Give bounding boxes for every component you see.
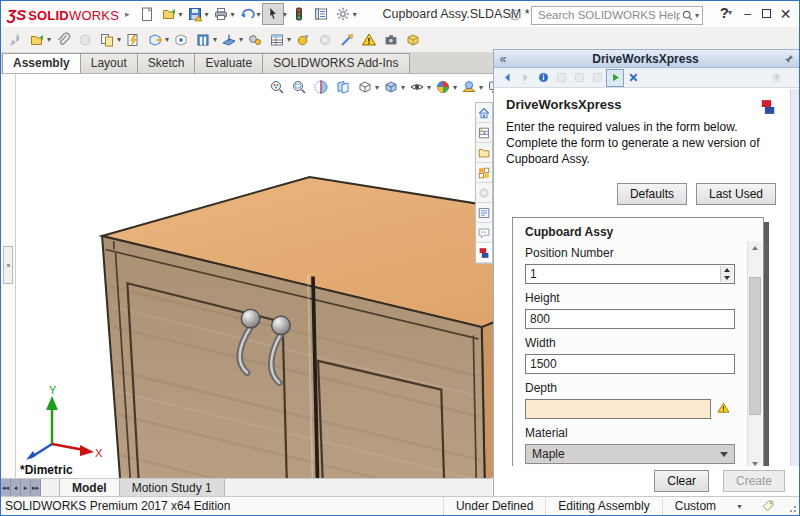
taskpane-tab-driveworksxpress[interactable] [476, 243, 492, 263]
field-input-width[interactable]: 1500 [525, 354, 735, 374]
clear-button[interactable]: Clear [654, 470, 709, 492]
close-icon[interactable] [624, 69, 642, 87]
assembly-features-caret-icon[interactable]: ▾ [213, 35, 217, 44]
collapse-pane-icon[interactable]: « [494, 52, 512, 66]
undo-caret-icon[interactable]: ▾ [257, 10, 261, 19]
undo-icon[interactable] [236, 3, 258, 25]
options-caret-icon[interactable]: ▾ [353, 10, 357, 19]
disabled-2-icon[interactable] [570, 69, 588, 87]
apply-scene-icon[interactable] [458, 76, 480, 98]
close-button[interactable]: ✕ [776, 6, 795, 22]
field-input-depth[interactable] [525, 399, 711, 419]
save-icon[interactable] [184, 3, 206, 25]
linear-component-pattern-icon[interactable] [96, 29, 118, 51]
taskpane-tab-forum[interactable] [476, 223, 492, 243]
bill-of-materials-caret-icon[interactable]: ▾ [287, 35, 291, 44]
tab-solidworks-add-ins[interactable]: SOLIDWORKS Add-Ins [262, 53, 409, 73]
take-snapshot-icon[interactable] [380, 29, 402, 51]
select-icon[interactable] [262, 3, 284, 25]
rebuild-icon[interactable] [288, 3, 310, 25]
smart-fasteners-icon[interactable] [122, 29, 144, 51]
scroll-down-icon[interactable] [748, 457, 762, 466]
interference-detection-icon[interactable] [358, 29, 380, 51]
hide-show-items-caret-icon[interactable]: ▾ [427, 83, 431, 92]
open-icon[interactable] [158, 3, 180, 25]
taskpane-tab-file-explorer[interactable] [476, 143, 492, 163]
field-select-material[interactable]: Maple [525, 444, 735, 464]
mate-icon[interactable] [52, 29, 74, 51]
display-style-icon[interactable] [380, 76, 402, 98]
last-used-button[interactable]: Last Used [696, 183, 776, 205]
taskpane-tab-view-palette[interactable] [476, 163, 492, 183]
back-icon[interactable] [498, 69, 516, 87]
information-icon[interactable] [534, 69, 552, 87]
forward-icon[interactable] [516, 69, 534, 87]
component-preview-icon[interactable] [74, 29, 96, 51]
select-caret-icon[interactable]: ▾ [283, 10, 287, 19]
previous-view-icon[interactable] [332, 76, 354, 98]
tag-icon[interactable] [761, 499, 775, 513]
spin-down-icon[interactable] [721, 274, 733, 282]
taskpane-scroll-strip[interactable] [790, 89, 799, 466]
help-menu[interactable]: ? ▾ [720, 4, 733, 21]
insert-components-caret-icon[interactable]: ▾ [47, 35, 51, 44]
open-caret-icon[interactable]: ▾ [179, 10, 183, 19]
status-caret-icon[interactable]: ▼ [736, 503, 743, 510]
zoom-fit-icon[interactable] [266, 76, 288, 98]
tool-disabled-icon[interactable] [314, 29, 336, 51]
tab-layout[interactable]: Layout [80, 53, 138, 73]
featuremanager-collapsed-bar[interactable] [1, 74, 16, 478]
defaults-button[interactable]: Defaults [617, 183, 687, 205]
taskpane-tab-home[interactable] [476, 103, 492, 123]
print-caret-icon[interactable]: ▾ [231, 10, 235, 19]
minimize-button[interactable]: – [738, 7, 757, 21]
hide-show-items-icon[interactable] [406, 76, 428, 98]
first-tab-icon[interactable]: ◂◂ [1, 479, 11, 496]
insert-components-icon[interactable] [26, 29, 48, 51]
prev-tab-icon[interactable]: ◂ [11, 479, 21, 496]
options-icon[interactable] [332, 3, 354, 25]
display-pane-icon[interactable] [310, 3, 332, 25]
help-circle-icon[interactable]: ? [767, 69, 785, 87]
form-scrollbar[interactable] [747, 241, 762, 466]
edit-appearance-caret-icon[interactable]: ▾ [453, 83, 457, 92]
run-icon[interactable] [606, 69, 624, 87]
quick-tips-icon[interactable]: ? [504, 4, 526, 26]
toolbar-flyout-icon[interactable]: ▸ [125, 9, 130, 19]
taskpane-tab-design-library[interactable] [476, 123, 492, 143]
resize-grip[interactable] [785, 497, 799, 515]
next-tab-icon[interactable]: ▸ [21, 479, 31, 496]
move-component-caret-icon[interactable]: ▾ [165, 35, 169, 44]
bill-of-materials-icon[interactable] [266, 29, 288, 51]
zoom-area-icon[interactable] [288, 76, 310, 98]
edit-component-icon[interactable] [4, 29, 26, 51]
edit-appearance-icon[interactable] [432, 76, 454, 98]
print-icon[interactable] [210, 3, 232, 25]
reference-geometry-caret-icon[interactable]: ▾ [239, 35, 243, 44]
field-input-height[interactable]: 800 [525, 309, 735, 329]
view-orientation-icon[interactable] [354, 76, 376, 98]
pin-icon[interactable] [779, 53, 799, 65]
tab-assembly[interactable]: Assembly [2, 53, 81, 73]
help-search-box[interactable]: ▾ [531, 6, 703, 25]
explode-line-sketch-icon[interactable] [336, 29, 358, 51]
exploded-view-icon[interactable] [402, 29, 424, 51]
scroll-up-icon[interactable] [748, 241, 762, 255]
new-document-icon[interactable] [136, 3, 158, 25]
assembly-features-icon[interactable] [192, 29, 214, 51]
view-orientation-caret-icon[interactable]: ▾ [375, 83, 379, 92]
search-caret-icon[interactable]: ▾ [695, 11, 699, 20]
new-motion-study-icon[interactable] [244, 29, 266, 51]
taskpane-tab-appearances[interactable] [476, 183, 492, 203]
disabled-1-icon[interactable] [552, 69, 570, 87]
smart-mates-icon[interactable] [292, 29, 314, 51]
last-tab-icon[interactable]: ▸▸ [31, 479, 41, 496]
search-icon[interactable] [680, 7, 696, 23]
disabled-3-icon[interactable] [588, 69, 606, 87]
move-component-icon[interactable] [144, 29, 166, 51]
featuremanager-splitter-handle[interactable] [3, 246, 13, 284]
tab-evaluate[interactable]: Evaluate [194, 53, 263, 73]
search-input[interactable] [538, 9, 680, 21]
show-hidden-components-icon[interactable] [170, 29, 192, 51]
section-view-icon[interactable] [310, 76, 332, 98]
